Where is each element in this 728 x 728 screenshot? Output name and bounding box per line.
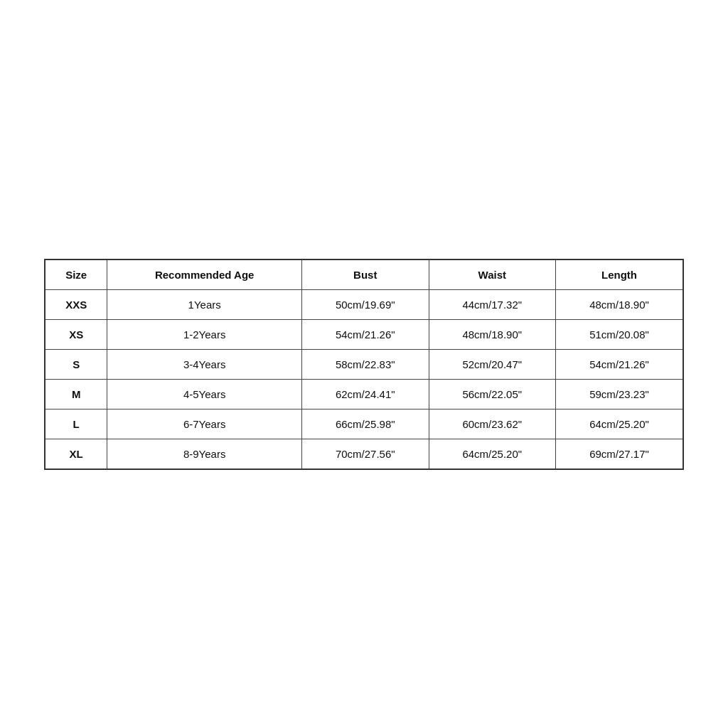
waist-cell: 44cm/17.32" <box>429 289 556 319</box>
age-cell: 3-4Years <box>107 349 302 379</box>
size-chart-table: Size Recommended Age Bust Waist Length X… <box>44 259 684 470</box>
table-row: M4-5Years62cm/24.41"56cm/22.05"59cm/23.2… <box>45 379 683 409</box>
header-recommended-age: Recommended Age <box>107 259 302 290</box>
length-cell: 48cm/18.90" <box>556 289 683 319</box>
bust-cell: 58cm/22.83" <box>301 349 429 379</box>
table-row: L6-7Years66cm/25.98"60cm/23.62"64cm/25.2… <box>45 409 683 439</box>
header-length: Length <box>556 259 683 290</box>
size-cell: XS <box>45 319 107 349</box>
length-cell: 64cm/25.20" <box>556 409 683 439</box>
size-chart-container: Size Recommended Age Bust Waist Length X… <box>44 259 684 470</box>
waist-cell: 56cm/22.05" <box>429 379 556 409</box>
table-row: XXS1Years50cm/19.69"44cm/17.32"48cm/18.9… <box>45 289 683 319</box>
table-header-row: Size Recommended Age Bust Waist Length <box>45 259 683 290</box>
waist-cell: 52cm/20.47" <box>429 349 556 379</box>
bust-cell: 62cm/24.41" <box>301 379 429 409</box>
length-cell: 69cm/27.17" <box>556 439 683 469</box>
size-cell: S <box>45 349 107 379</box>
size-cell: L <box>45 409 107 439</box>
length-cell: 59cm/23.23" <box>556 379 683 409</box>
length-cell: 54cm/21.26" <box>556 349 683 379</box>
waist-cell: 60cm/23.62" <box>429 409 556 439</box>
size-cell: M <box>45 379 107 409</box>
age-cell: 4-5Years <box>107 379 302 409</box>
table-row: XL8-9Years70cm/27.56"64cm/25.20"69cm/27.… <box>45 439 683 469</box>
header-size: Size <box>45 259 107 290</box>
header-bust: Bust <box>301 259 429 290</box>
table-row: S3-4Years58cm/22.83"52cm/20.47"54cm/21.2… <box>45 349 683 379</box>
size-cell: XXS <box>45 289 107 319</box>
header-waist: Waist <box>429 259 556 290</box>
waist-cell: 64cm/25.20" <box>429 439 556 469</box>
age-cell: 6-7Years <box>107 409 302 439</box>
table-row: XS1-2Years54cm/21.26"48cm/18.90"51cm/20.… <box>45 319 683 349</box>
bust-cell: 66cm/25.98" <box>301 409 429 439</box>
age-cell: 1Years <box>107 289 302 319</box>
length-cell: 51cm/20.08" <box>556 319 683 349</box>
waist-cell: 48cm/18.90" <box>429 319 556 349</box>
bust-cell: 50cm/19.69" <box>301 289 429 319</box>
bust-cell: 54cm/21.26" <box>301 319 429 349</box>
size-cell: XL <box>45 439 107 469</box>
age-cell: 8-9Years <box>107 439 302 469</box>
age-cell: 1-2Years <box>107 319 302 349</box>
bust-cell: 70cm/27.56" <box>301 439 429 469</box>
